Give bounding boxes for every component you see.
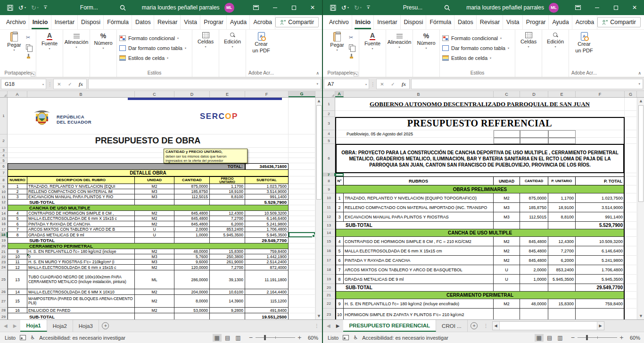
row-header-14[interactable]: 14 bbox=[323, 229, 335, 237]
cell-D16[interactable]: 845,4800 bbox=[174, 221, 210, 227]
cell-D28[interactable]: 53,0000 bbox=[174, 308, 210, 313]
column-header-C[interactable]: C bbox=[135, 91, 174, 97]
cell-F11[interactable]: 991,1400 bbox=[245, 194, 289, 200]
col-descripcion[interactable]: DESCRIPCION DEL RUBRO bbox=[27, 176, 135, 184]
view-page-layout-icon[interactable]: ▤ bbox=[223, 334, 232, 342]
cell-B18[interactable]: GRADAS METALICAS DE 9 ml bbox=[27, 232, 135, 238]
editing-button[interactable]: Edición▾ bbox=[222, 31, 243, 49]
row-header-16[interactable]: 16 bbox=[0, 221, 8, 227]
cell-D22[interactable]: 5,7600 bbox=[174, 254, 210, 259]
add-sheet-button[interactable]: + bbox=[468, 320, 481, 332]
sheet-tab-cronograma[interactable]: CROI ... bbox=[436, 320, 468, 332]
collapse-ribbon-icon[interactable]: ∧ bbox=[638, 71, 641, 75]
doc-title[interactable]: PRESUPUESTO REFERENCIAL bbox=[335, 117, 625, 130]
row-header-9[interactable]: 9 bbox=[323, 185, 335, 193]
cell-B16[interactable]: MALLA ELECTROSOLDADA DE 6 mm X 15x15 cm bbox=[344, 246, 494, 256]
cell-F22[interactable]: 1.442,1900 bbox=[245, 254, 289, 259]
zoom-slider[interactable] bbox=[578, 337, 617, 338]
row-header-25[interactable]: 25 bbox=[0, 270, 8, 289]
dialog-launcher-icon[interactable]: ↘ bbox=[354, 72, 358, 76]
copy-icon[interactable]: ▾ bbox=[349, 44, 355, 50]
row-header[interactable]: 2 bbox=[323, 111, 335, 117]
cell-D29[interactable] bbox=[174, 313, 210, 319]
zoom-out-icon[interactable]: − bbox=[571, 335, 575, 341]
scroll-down-icon[interactable]: ▼ bbox=[316, 313, 322, 319]
cell-F23[interactable] bbox=[576, 309, 625, 319]
row-header-18[interactable]: 18 bbox=[0, 232, 8, 238]
cell-E18[interactable]: 853,2400 bbox=[548, 265, 576, 275]
zoom-level[interactable]: 60% bbox=[304, 335, 318, 341]
row-header-19[interactable]: 19 bbox=[0, 238, 8, 243]
cell-D19[interactable]: 1,0000 bbox=[520, 275, 548, 284]
cell-A25[interactable]: 13 bbox=[8, 270, 27, 289]
cell-E16[interactable]: 6,2000 bbox=[210, 221, 245, 227]
cell-C19[interactable]: U bbox=[494, 275, 520, 284]
total-label-cell[interactable]: TOTAL: bbox=[8, 163, 245, 170]
zoom-in-icon[interactable]: + bbox=[619, 335, 624, 341]
row-header-14[interactable]: 14 bbox=[0, 211, 8, 216]
cell-E9[interactable]: 1,1700 bbox=[210, 184, 245, 189]
row-header-21[interactable]: 21 bbox=[323, 292, 335, 299]
cell-F28[interactable]: 491,8400 bbox=[245, 308, 289, 313]
accessibility-status[interactable]: Accesibilidad: es necesario investigar bbox=[362, 335, 448, 341]
cell-A17[interactable]: 7 bbox=[8, 227, 27, 232]
avatar[interactable]: ML bbox=[549, 3, 559, 13]
row-header-17[interactable]: 17 bbox=[0, 227, 8, 232]
row-header[interactable]: 1 bbox=[323, 98, 335, 111]
search-icon[interactable] bbox=[444, 5, 450, 11]
row-header-23[interactable]: 23 bbox=[0, 259, 8, 265]
zoom-level[interactable]: 60% bbox=[626, 335, 640, 341]
row-header[interactable]: 1 bbox=[0, 98, 8, 134]
tab-overflow-icon[interactable]: ⋮ bbox=[312, 320, 322, 332]
cell-G13[interactable] bbox=[289, 205, 315, 211]
row-header-12[interactable]: 12 bbox=[323, 212, 335, 222]
subtotal-value-19[interactable]: 29.549,7700 bbox=[245, 238, 289, 243]
cells-button[interactable]: Celdas▾ bbox=[195, 31, 216, 49]
share-button[interactable]: Compartir bbox=[275, 17, 319, 27]
cell-B11[interactable]: EXCAVACION MANUAL PARA PLINTOS Y RIO bbox=[27, 194, 135, 200]
cell-G26[interactable] bbox=[289, 289, 315, 295]
row-header[interactable]: 7 bbox=[0, 170, 8, 176]
sheet-title[interactable]: PRESUPUESTO DE OBRA bbox=[8, 134, 289, 148]
font-button[interactable]: AFuente▾ bbox=[362, 31, 383, 50]
row-header[interactable]: 5 bbox=[0, 158, 8, 163]
hscroll-right-icon[interactable]: ▶ bbox=[597, 322, 604, 330]
row-header-19[interactable]: 19 bbox=[323, 275, 335, 284]
row-header-15[interactable]: 15 bbox=[0, 216, 8, 221]
row-header-15[interactable]: 15 bbox=[323, 237, 335, 246]
row-header-12[interactable]: 12 bbox=[0, 200, 8, 205]
cell-E19[interactable]: 5.945,3500 bbox=[548, 275, 576, 284]
cell-B18[interactable]: ARCOS MIXTOS CON TABLERO Y ARCO DE BASQU… bbox=[344, 265, 494, 275]
cell-F21[interactable]: 759,8400 bbox=[245, 249, 289, 254]
cell-B22[interactable]: 0 bbox=[27, 254, 135, 259]
date-cell[interactable]: Puebloviejo, 05 de Agosto del 2025 bbox=[335, 130, 494, 138]
row-header[interactable]: 7 bbox=[323, 173, 335, 176]
cell-A21[interactable]: 9 bbox=[8, 249, 27, 254]
cell-D24[interactable]: 120,0000 bbox=[174, 265, 210, 270]
col-unidad[interactable]: UNIDAD bbox=[135, 176, 174, 184]
close-button[interactable]: ✕ bbox=[625, 0, 644, 15]
sheet-tab-presupuesto[interactable]: PRESUPUESTO REFERENCIAL bbox=[343, 320, 436, 332]
cell-B27[interactable]: MAMPOSTERIA (PARED DE BLOQUES ARENA-CEME… bbox=[27, 295, 135, 308]
empty-cell[interactable] bbox=[494, 138, 520, 144]
cut-icon[interactable]: ✂ bbox=[349, 34, 353, 41]
tab-revisar[interactable]: Revisar bbox=[477, 15, 503, 29]
row-header-13[interactable]: 13 bbox=[0, 205, 8, 211]
tab-formulas[interactable]: Fórmula bbox=[426, 15, 454, 29]
cell-G18[interactable] bbox=[625, 265, 637, 275]
cell-C11[interactable]: M3 bbox=[135, 194, 174, 200]
customize-qat-icon[interactable]: ▾ bbox=[44, 6, 47, 10]
share-button[interactable]: Compartir bbox=[597, 17, 641, 27]
cell-F14[interactable]: 10.509,3200 bbox=[245, 211, 289, 216]
cell-G27[interactable] bbox=[289, 295, 315, 308]
cell-E26[interactable]: 10,6100 bbox=[210, 289, 245, 295]
name-box[interactable]: G18▾ bbox=[1, 79, 46, 89]
cell-C24[interactable]: M2 bbox=[135, 265, 174, 270]
cell-C22[interactable]: M3 bbox=[135, 254, 174, 259]
tab-formulas[interactable]: Fórmula bbox=[104, 15, 132, 29]
cell-F22[interactable]: 759,8400 bbox=[576, 299, 625, 309]
enter-icon[interactable]: ✓ bbox=[65, 82, 75, 87]
avatar[interactable]: ML bbox=[224, 3, 234, 13]
row-header-11[interactable]: 11 bbox=[0, 194, 8, 200]
row-header[interactable]: 4 bbox=[323, 130, 335, 138]
